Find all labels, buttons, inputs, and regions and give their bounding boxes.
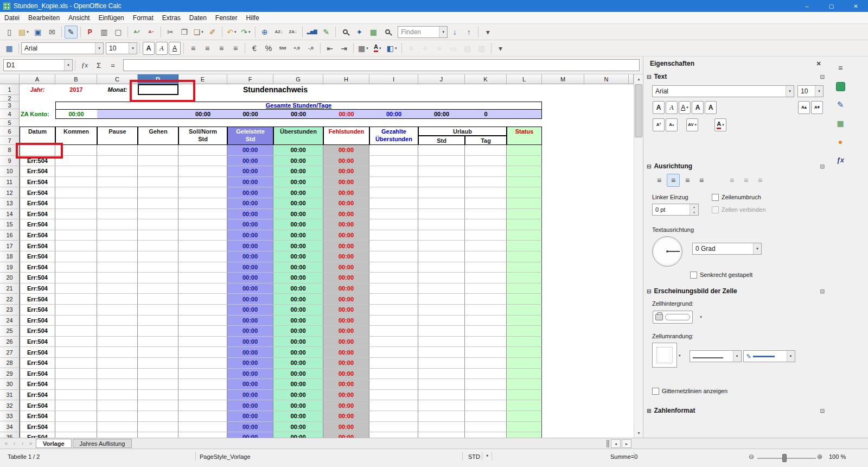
cell-H34[interactable]: 00:00 (323, 422, 369, 433)
column-header-G[interactable]: G (273, 74, 323, 84)
cell-J27[interactable] (418, 347, 465, 358)
cell-K29[interactable] (465, 369, 507, 380)
cell-D31[interactable] (138, 390, 178, 401)
cell-E11[interactable] (178, 177, 227, 188)
font-size-select[interactable]: 10 ▾ (106, 42, 137, 54)
row-header-12[interactable]: 12 (0, 187, 20, 198)
cell-J12[interactable] (418, 187, 465, 198)
cell-B21[interactable] (55, 283, 97, 294)
collapse-icon[interactable]: ⊟ (647, 288, 651, 294)
cell-F8[interactable]: 00:00 (227, 145, 273, 156)
column-header-H[interactable]: H (323, 74, 369, 84)
cell-E27[interactable] (178, 347, 227, 358)
cell-K22[interactable] (465, 294, 507, 305)
row-header-10[interactable]: 10 (0, 166, 20, 177)
cell-L10[interactable] (507, 166, 542, 177)
cell-A12[interactable]: Err:504 (20, 187, 55, 198)
cell-L17[interactable] (507, 241, 542, 251)
column-header-N[interactable]: N (584, 74, 629, 84)
cell-C29[interactable] (97, 369, 138, 380)
cell-K32[interactable] (465, 400, 507, 411)
cell-D18[interactable] (138, 251, 178, 262)
cell-K10[interactable] (465, 166, 507, 177)
align-top-icon[interactable]: ≡ (725, 174, 738, 187)
cell-J22[interactable] (418, 294, 465, 305)
cell-I12[interactable] (369, 187, 418, 198)
superscript-icon[interactable]: A² (653, 118, 665, 131)
cell-I18[interactable] (369, 251, 418, 262)
cell-B29[interactable] (55, 369, 97, 380)
wrap-text-checkbox-box[interactable] (712, 194, 719, 201)
header-gehen[interactable]: Gehen (138, 127, 178, 145)
cell-L29[interactable] (507, 369, 542, 380)
cell-C20[interactable] (97, 273, 138, 283)
equals-icon[interactable]: = (106, 59, 120, 71)
cell-J16[interactable] (418, 230, 465, 241)
cell-L12[interactable] (507, 187, 542, 198)
cell-K34[interactable] (465, 422, 507, 433)
cell-L30[interactable] (507, 379, 542, 390)
cell-C16[interactable] (97, 230, 138, 241)
close-button[interactable]: ✕ (844, 0, 868, 12)
cell-K12[interactable] (465, 187, 507, 198)
navigator-icon[interactable]: ✦ (353, 26, 366, 39)
formula-input[interactable] (123, 59, 640, 71)
cell-B10[interactable] (55, 166, 97, 177)
column-header-M[interactable]: M (542, 74, 584, 84)
cell-L8[interactable] (507, 145, 542, 156)
cell-J35[interactable] (418, 432, 465, 438)
wrap-text-checkbox[interactable]: Zeilenumbruch (712, 194, 761, 201)
cell-J14[interactable] (418, 209, 465, 220)
sidebar-font-size-select[interactable]: 10 ▾ (797, 85, 824, 97)
cell-B18[interactable] (55, 251, 97, 262)
cell-C9[interactable] (97, 156, 138, 167)
cell-B20[interactable] (55, 273, 97, 283)
cell-J11[interactable] (418, 177, 465, 188)
last-sheet-icon[interactable]: » (27, 439, 35, 447)
cell-K17[interactable] (465, 241, 507, 251)
menu-datei[interactable]: Datei (0, 12, 24, 23)
expand-icon[interactable]: ⊞ (647, 408, 651, 414)
cell-background-dropdown-icon[interactable]: ▾ (694, 311, 707, 324)
cell-K13[interactable] (465, 198, 507, 209)
cell-A30[interactable]: Err:504 (20, 379, 55, 390)
cell-G32[interactable]: 00:00 (273, 400, 323, 411)
cell-G29[interactable]: 00:00 (273, 369, 323, 380)
cell-E25[interactable] (178, 326, 227, 337)
row-header-8[interactable]: 8 (0, 145, 20, 156)
properties-deck-icon[interactable] (833, 79, 847, 93)
cell-F9[interactable]: 00:00 (227, 156, 273, 167)
function-wizard-icon[interactable]: ƒx (78, 59, 92, 71)
cell-J15[interactable] (418, 219, 465, 230)
paste-icon[interactable]: ❏▾ (192, 26, 205, 39)
cell-B25[interactable] (55, 326, 97, 337)
underline-icon[interactable]: A▾ (679, 101, 691, 114)
strikethrough-icon[interactable]: A (692, 101, 704, 114)
cell-B27[interactable] (55, 347, 97, 358)
cell-B22[interactable] (55, 294, 97, 305)
row-header-30[interactable]: 30 (0, 379, 20, 390)
row-header-11[interactable]: 11 (0, 177, 20, 188)
cell-H24[interactable]: 00:00 (323, 315, 369, 326)
cell-F27[interactable]: 00:00 (227, 347, 273, 358)
cell-C25[interactable] (97, 326, 138, 337)
cell-A15[interactable]: Err:504 (20, 219, 55, 230)
spellcheck-icon[interactable]: A✓ (131, 26, 144, 39)
cell-C24[interactable] (97, 315, 138, 326)
cell-G25[interactable]: 00:00 (273, 326, 323, 337)
cell-B33[interactable] (55, 411, 97, 422)
menu-bearbeiten[interactable]: Bearbeiten (24, 12, 64, 23)
cell-F19[interactable]: 00:00 (227, 262, 273, 273)
orientation-dial[interactable] (652, 236, 682, 267)
cell-H33[interactable]: 00:00 (323, 411, 369, 422)
find-previous-icon[interactable]: ↑ (462, 26, 475, 39)
cell-E26[interactable] (178, 337, 227, 348)
cell-E19[interactable] (178, 262, 227, 273)
find-toolbar-input[interactable]: Finden ▾ (398, 26, 448, 38)
cell-K14[interactable] (465, 209, 507, 220)
cell-L25[interactable] (507, 326, 542, 337)
cell-C28[interactable] (97, 358, 138, 369)
font-size-dropdown-icon[interactable]: ▾ (129, 43, 137, 54)
cell-K26[interactable] (465, 337, 507, 348)
grow-font-icon[interactable]: A▴ (798, 101, 810, 114)
